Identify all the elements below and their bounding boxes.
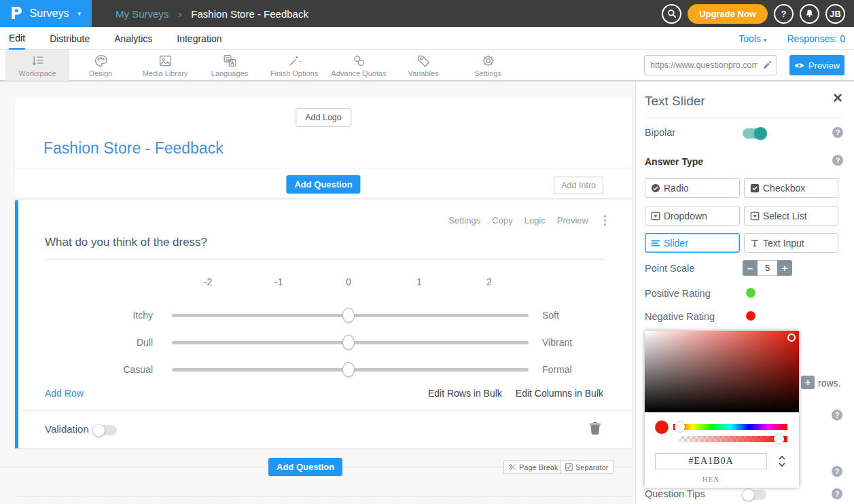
preview-button[interactable]: Preview (789, 55, 844, 75)
rows-increase-button[interactable]: + (801, 376, 815, 389)
point-scale-input[interactable] (758, 260, 777, 276)
slider-row: Itchy Soft (18, 308, 632, 324)
toolbar-item-media-library[interactable]: Media Library (133, 50, 197, 81)
bell-icon (805, 9, 814, 18)
positive-rating-color-swatch[interactable] (746, 288, 755, 298)
help-icon[interactable]: ? (832, 410, 842, 420)
row-right-label[interactable]: Formal (542, 364, 572, 375)
edit-url-pencil-icon[interactable] (762, 60, 772, 70)
close-icon[interactable]: × (833, 90, 842, 106)
tab-edit[interactable]: Edit (9, 27, 25, 50)
add-logo-button[interactable]: Add Logo (296, 108, 351, 127)
question-settings-link[interactable]: Settings (448, 215, 480, 226)
workspace-icon (31, 54, 45, 68)
palette-icon (94, 54, 108, 68)
gear-icon (481, 54, 495, 68)
slider-row: Dull Vibrant (18, 335, 632, 351)
answer-type-dropdown[interactable]: Dropdown (645, 206, 740, 226)
answer-type-slider[interactable]: Slider (645, 233, 740, 253)
answer-type-text-input[interactable]: Text Input (744, 233, 838, 253)
hue-slider-handle[interactable] (675, 422, 685, 432)
row-left-label[interactable]: Casual (92, 364, 153, 375)
questionpro-logo: P (10, 5, 22, 22)
breadcrumb: My Surveys › Fashion Store - Feedback (115, 0, 308, 27)
notifications-button[interactable] (800, 4, 819, 24)
slider-handle[interactable] (342, 362, 355, 377)
question-logic-link[interactable]: Logic (524, 215, 546, 226)
hex-color-input[interactable] (655, 453, 767, 469)
negative-rating-color-swatch[interactable] (746, 311, 755, 321)
links-icon (352, 54, 366, 68)
toolbar-item-variables[interactable]: Variables (391, 50, 455, 81)
alpha-slider[interactable] (679, 436, 787, 442)
slider-handle[interactable] (342, 335, 355, 350)
help-icon[interactable]: ? (832, 127, 843, 138)
help-icon[interactable]: ? (832, 155, 843, 166)
checkbox-icon (750, 183, 760, 193)
question-preview-link[interactable]: Preview (557, 215, 588, 226)
answer-type-select-list[interactable]: Select List (744, 206, 838, 226)
search-button[interactable] (662, 4, 681, 24)
color-picker-popover: HEX (645, 331, 799, 488)
wand-icon (287, 54, 302, 68)
color-format-toggle-icon[interactable] (779, 455, 785, 467)
caret-down-icon: ▾ (764, 37, 767, 43)
question-text[interactable]: What do you think of the dress? (45, 236, 207, 249)
point-scale-label: Point Scale (645, 263, 694, 274)
toolbar-item-settings[interactable]: Settings (456, 50, 520, 81)
toolbar-item-languages[interactable]: Languages (198, 50, 262, 81)
row-left-label[interactable]: Itchy (92, 310, 153, 321)
radio-check-icon (651, 183, 660, 193)
slider-handle[interactable] (342, 308, 355, 323)
question-tips-toggle[interactable] (743, 490, 766, 500)
more-options-icon[interactable] (604, 215, 606, 226)
scale-label: 2 (486, 276, 492, 287)
answer-type-checkbox[interactable]: Checkbox (744, 178, 838, 198)
point-scale-decrease-button[interactable]: – (743, 260, 758, 276)
product-switcher[interactable]: P Surveys ▾ (0, 0, 92, 27)
toolbar-item-workspace[interactable]: Workspace (5, 50, 69, 81)
tab-analytics[interactable]: Analytics (114, 27, 152, 50)
validation-toggle[interactable] (93, 425, 117, 435)
breadcrumb-my-surveys[interactable]: My Surveys (115, 8, 168, 20)
add-question-button-top[interactable]: Add Question (286, 175, 360, 194)
separator-button[interactable]: Separator (560, 460, 613, 474)
saturation-area[interactable] (645, 331, 799, 412)
help-icon[interactable]: ? (832, 466, 842, 477)
toolbar-item-advance-quotas[interactable]: Advance Quotas (327, 50, 391, 81)
help-button[interactable]: ? (774, 4, 794, 24)
bipolar-toggle[interactable] (743, 128, 766, 139)
delete-question-trash-icon[interactable] (590, 422, 601, 435)
alpha-slider-handle[interactable] (774, 434, 784, 444)
scale-label: -2 (204, 276, 212, 287)
survey-header-card: Add Logo Fashion Store - Feedback Add Qu… (15, 98, 632, 198)
add-row-link[interactable]: Add Row (45, 388, 84, 399)
answer-type-radio[interactable]: Radio (645, 178, 740, 198)
page-break-button[interactable]: Page Break (503, 460, 563, 474)
question-copy-link[interactable]: Copy (492, 215, 512, 226)
row-right-label[interactable]: Vibrant (542, 337, 572, 348)
hue-slider[interactable] (673, 424, 787, 430)
toolbar-item-design[interactable]: Design (69, 50, 132, 81)
add-intro-button[interactable]: Add Intro (554, 177, 603, 194)
edit-rows-in-bulk-link[interactable]: Edit Rows in Bulk (428, 388, 502, 399)
survey-canvas: Add Logo Fashion Store - Feedback Add Qu… (0, 82, 635, 504)
user-avatar[interactable]: JB (825, 4, 845, 24)
row-right-label[interactable]: Soft (542, 310, 559, 321)
upgrade-now-button[interactable]: Upgrade Now (688, 4, 768, 24)
saturation-selector-ring[interactable] (787, 334, 796, 342)
tab-integration[interactable]: Integration (177, 27, 221, 50)
divider (15, 168, 632, 168)
survey-title[interactable]: Fashion Store - Feedback (43, 139, 224, 158)
add-question-button-bottom[interactable]: Add Question (268, 458, 342, 476)
share-url-input[interactable] (644, 55, 777, 75)
point-scale-increase-button[interactable]: + (777, 260, 792, 276)
help-icon[interactable]: ? (832, 488, 842, 499)
page-break-icon (509, 463, 516, 471)
tab-distribute[interactable]: Distribute (50, 27, 90, 50)
row-left-label[interactable]: Dull (92, 337, 153, 348)
toolbar-item-finish-options[interactable]: Finish Options (262, 50, 326, 81)
edit-columns-in-bulk-link[interactable]: Edit Columns in Bulk (516, 388, 603, 399)
tools-menu[interactable]: Tools ▾ (739, 33, 766, 44)
responses-count[interactable]: Responses: 0 (787, 33, 845, 44)
